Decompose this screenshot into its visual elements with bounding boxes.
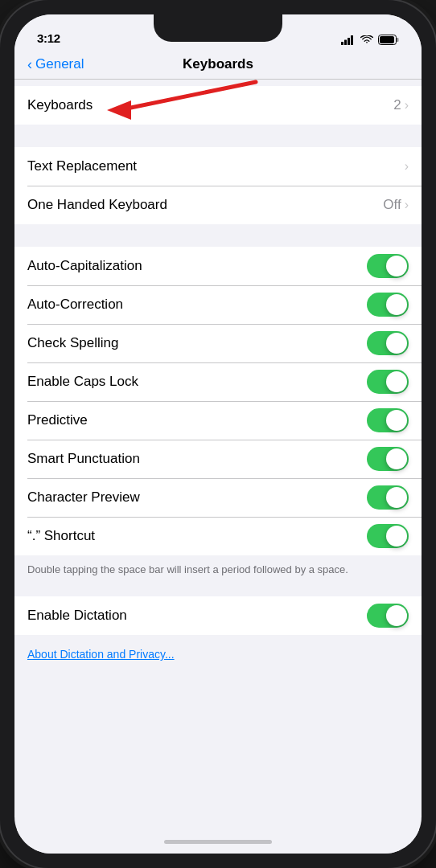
- about-container: About Dictation and Privacy...: [14, 635, 422, 680]
- back-label[interactable]: General: [35, 56, 84, 72]
- keyboards-label: Keyboards: [27, 97, 93, 113]
- svg-rect-3: [351, 35, 353, 45]
- auto-correct-row[interactable]: Auto-Correction: [14, 285, 422, 324]
- svg-rect-5: [397, 38, 399, 42]
- shortcut-note: Double tapping the space bar will insert…: [27, 563, 348, 575]
- char-preview-thumb: [386, 487, 407, 508]
- home-indicator: [14, 829, 422, 854]
- svg-rect-0: [341, 42, 343, 45]
- dictation-toggle[interactable]: [367, 604, 409, 628]
- home-bar: [164, 840, 272, 844]
- nav-bar: ‹ General Keyboards: [14, 50, 422, 79]
- char-preview-toggle[interactable]: [367, 485, 409, 510]
- auto-cap-toggle[interactable]: [367, 254, 409, 278]
- dictation-group: Enable Dictation: [14, 596, 422, 635]
- scroll-content[interactable]: Keyboards 2 ›: [14, 80, 422, 829]
- svg-rect-2: [348, 38, 350, 45]
- back-button[interactable]: ‹ General: [27, 56, 84, 73]
- smart-punct-label: Smart Punctuation: [27, 451, 140, 467]
- one-handed-label: One Handed Keyboard: [27, 197, 167, 213]
- text-replacement-label: Text Replacement: [27, 158, 137, 174]
- one-handed-value: Off: [383, 197, 401, 213]
- char-preview-row[interactable]: Character Preview: [14, 478, 422, 517]
- smart-punct-toggle[interactable]: [367, 447, 409, 471]
- page-title: Keyboards: [183, 56, 253, 72]
- screen: 3:12: [14, 14, 422, 854]
- keyboards-chevron: ›: [405, 98, 409, 113]
- one-handed-chevron: ›: [405, 198, 409, 212]
- svg-marker-8: [107, 100, 131, 120]
- keyboards-value: 2: [393, 97, 401, 113]
- auto-correct-thumb: [386, 294, 407, 315]
- text-replacement-row[interactable]: Text Replacement ›: [14, 147, 422, 186]
- caps-lock-row[interactable]: Enable Caps Lock: [14, 362, 422, 401]
- smart-punct-thumb: [386, 448, 407, 469]
- check-spelling-thumb: [386, 333, 407, 354]
- settings-group1: Text Replacement › One Handed Keyboard O…: [14, 147, 422, 224]
- dictation-row[interactable]: Enable Dictation: [14, 596, 422, 635]
- phone-frame: 3:12: [0, 0, 436, 868]
- auto-cap-thumb: [386, 256, 407, 276]
- shortcut-note-container: Double tapping the space bar will insert…: [14, 555, 422, 583]
- signal-icon: [341, 35, 356, 45]
- shortcut-thumb: [386, 526, 407, 547]
- status-icons: [341, 35, 399, 45]
- auto-correct-toggle[interactable]: [367, 293, 409, 317]
- check-spelling-row[interactable]: Check Spelling: [14, 324, 422, 362]
- keyboards-right: 2 ›: [393, 97, 409, 113]
- about-dictation-link[interactable]: About Dictation and Privacy...: [14, 638, 422, 664]
- svg-line-7: [119, 82, 256, 110]
- status-time: 3:12: [37, 31, 60, 45]
- caps-lock-label: Enable Caps Lock: [27, 374, 138, 390]
- char-preview-label: Character Preview: [27, 489, 140, 506]
- auto-cap-row[interactable]: Auto-Capitalization: [14, 247, 422, 285]
- battery-icon: [378, 35, 399, 45]
- shortcut-row[interactable]: “.” Shortcut: [14, 517, 422, 555]
- text-replacement-right: ›: [405, 159, 409, 174]
- predictive-toggle[interactable]: [367, 408, 409, 432]
- caps-lock-thumb: [386, 371, 407, 392]
- predictive-thumb: [386, 410, 407, 431]
- gap3: [14, 224, 422, 247]
- gap2: [14, 125, 422, 147]
- predictive-label: Predictive: [27, 412, 88, 428]
- caps-lock-toggle[interactable]: [367, 370, 409, 394]
- check-spelling-toggle[interactable]: [367, 331, 409, 355]
- svg-rect-6: [380, 36, 394, 43]
- notch: [154, 14, 282, 42]
- dictation-thumb: [386, 605, 407, 626]
- shortcut-toggle[interactable]: [367, 524, 409, 548]
- auto-correct-label: Auto-Correction: [27, 297, 123, 313]
- smart-punct-row[interactable]: Smart Punctuation: [14, 440, 422, 478]
- auto-cap-label: Auto-Capitalization: [27, 258, 142, 274]
- toggles-group: Auto-Capitalization Auto-Correction Chec…: [14, 247, 422, 555]
- gap4: [14, 583, 422, 596]
- one-handed-right: Off ›: [383, 197, 409, 213]
- one-handed-row[interactable]: One Handed Keyboard Off ›: [14, 186, 422, 224]
- keyboards-row[interactable]: Keyboards 2 ›: [14, 86, 422, 125]
- wifi-icon: [360, 35, 373, 45]
- predictive-row[interactable]: Predictive: [14, 401, 422, 440]
- svg-rect-1: [344, 39, 347, 45]
- dictation-label: Enable Dictation: [27, 608, 127, 624]
- gap1: [14, 80, 422, 86]
- back-chevron-icon: ‹: [27, 56, 32, 73]
- keyboards-group: Keyboards 2 ›: [14, 86, 422, 125]
- shortcut-label: “.” Shortcut: [27, 528, 95, 544]
- text-replacement-chevron: ›: [405, 159, 409, 174]
- check-spelling-label: Check Spelling: [27, 335, 118, 351]
